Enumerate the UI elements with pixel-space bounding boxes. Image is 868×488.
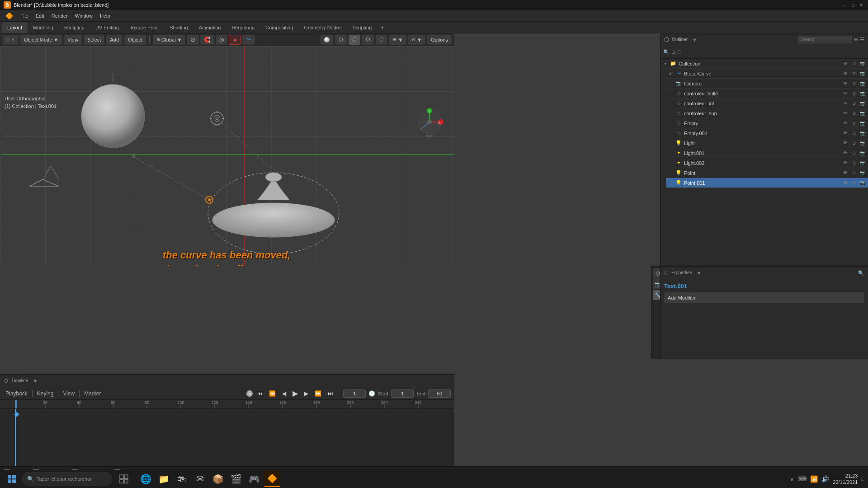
prev-keyframe-button[interactable]: ⏪ — [267, 389, 278, 398]
vis-btn-eye[interactable]: 👁 — [842, 100, 849, 107]
3d-viewport[interactable]: User Orthographic (1) Collection | Text.… — [0, 46, 454, 266]
taskbar-search-box[interactable]: 🔍 Taper ici pour rechercher — [22, 472, 112, 486]
vis-btn-2[interactable]: ⊙ — [850, 60, 858, 67]
vis-btn-select[interactable]: ⊙ — [850, 160, 858, 167]
menu-window[interactable]: Window — [71, 12, 96, 19]
object-menu[interactable]: Object — [124, 35, 146, 45]
taskbar-edge-icon[interactable]: 🌐 — [137, 471, 154, 487]
window-controls[interactable]: ─ □ ✕ — [842, 2, 864, 8]
vis-btn-select[interactable]: ⊙ — [850, 80, 858, 87]
filter-icon[interactable]: ⊟ — [854, 37, 858, 42]
taskbar-store-icon[interactable]: 🛍 — [174, 471, 190, 487]
viewport-render[interactable]: ⬡ — [376, 35, 387, 45]
outliner-tool-2[interactable]: ⊡ — [671, 49, 675, 55]
outliner-tool-1[interactable]: 🔍 — [663, 49, 670, 55]
start-button[interactable] — [4, 471, 20, 487]
tab-texture-paint[interactable]: Texture Paint — [124, 22, 164, 33]
pivot-point[interactable]: ⊙ — [187, 35, 199, 45]
outliner-item-point001[interactable]: 💡 Point.001 👁 ⊙ 📷 — [666, 178, 868, 188]
vis-btn-select[interactable]: ⊙ — [850, 100, 858, 107]
vis-btn-select[interactable]: ⊙ — [850, 169, 858, 177]
minimize-button[interactable]: ─ — [842, 2, 848, 8]
step-back-button[interactable]: ◀ — [280, 389, 288, 398]
step-forward-button[interactable]: ▶ — [302, 389, 310, 398]
vis-btn-select[interactable]: ⊙ — [850, 70, 858, 77]
jump-end-button[interactable]: ⏭ — [326, 389, 335, 398]
menu-file[interactable]: File — [17, 12, 32, 19]
vis-btn-eye[interactable]: 👁 — [842, 150, 849, 157]
transform-global[interactable]: ⊕ Global ▼ — [153, 35, 186, 45]
options-icon[interactable]: ☰ — [860, 37, 864, 42]
vis-btn-render[interactable]: 📷 — [859, 80, 866, 87]
close-button[interactable]: ✕ — [858, 2, 864, 8]
taskbar-mail-icon[interactable]: ✉ — [192, 471, 208, 487]
vis-btn-select[interactable]: ⊙ — [850, 150, 858, 157]
tab-geometry-nodes[interactable]: Geometry Nodes — [298, 22, 347, 33]
tool-select-box[interactable]: ⊡ — [0, 131, 1, 143]
vis-btn-3[interactable]: 📷 — [859, 60, 866, 67]
vis-btn-eye[interactable]: 👁 — [842, 80, 849, 87]
select-menu[interactable]: Select — [84, 35, 105, 45]
taskbar-games-icon[interactable]: 🎮 — [246, 471, 262, 487]
vis-btn-eye[interactable]: 👁 — [842, 160, 849, 167]
task-view-button[interactable] — [116, 471, 132, 487]
tool-move[interactable]: ✋ — [0, 118, 1, 130]
gizmo-toggle[interactable]: ⊙▼ — [408, 35, 425, 45]
tab-scripting[interactable]: Scripting — [347, 22, 377, 33]
vis-btn-select[interactable]: ⊙ — [850, 130, 858, 137]
outliner-search[interactable] — [798, 36, 852, 43]
outliner-item-light001[interactable]: ✦ Light.001 👁 ⊙ 📷 — [666, 148, 868, 158]
outliner-item-beziercurve[interactable]: ▸ 〜 BezierCurve 👁 ⊙ 📷 — [666, 69, 868, 79]
play-button[interactable]: ▶ — [291, 388, 300, 399]
playback-menu[interactable]: Playback — [4, 389, 29, 398]
tab-sculpting[interactable]: Sculpting — [59, 22, 90, 33]
vis-btn-render[interactable]: 📷 — [859, 169, 866, 177]
taskbar-blender-icon[interactable]: 🔶 — [264, 471, 280, 487]
menu-help[interactable]: Help — [96, 12, 114, 19]
tab-uv-editing[interactable]: UV Editing — [90, 22, 124, 33]
outliner-item-camera[interactable]: 📷 Camera 👁 ⊙ 📷 — [666, 79, 868, 89]
end-frame-input[interactable] — [428, 389, 451, 398]
record-button[interactable]: ● — [246, 390, 253, 397]
keying-menu[interactable]: Keying — [35, 389, 56, 398]
proportional-edit[interactable]: ◎ — [216, 35, 227, 45]
tool-search[interactable]: 🔍 — [0, 105, 1, 117]
tool-grid[interactable]: ⊞ — [0, 144, 1, 156]
vis-btn-eye[interactable]: 👁 — [842, 90, 849, 97]
outliner-item-collection[interactable]: ▾ 📁 Collection 👁 ⊙ 📷 — [660, 59, 868, 69]
next-keyframe-button[interactable]: ⏩ — [313, 389, 323, 398]
timeline-content[interactable] — [0, 409, 454, 466]
snap-toggle[interactable]: 🧲 — [200, 35, 214, 45]
system-clock[interactable]: 21:23 22/11/2021 — [833, 473, 858, 486]
start-frame-input[interactable] — [391, 389, 414, 398]
vis-btn-eye[interactable]: 👁 — [842, 70, 849, 77]
vis-btn-render[interactable]: 📷 — [859, 160, 866, 167]
vis-btn-select[interactable]: ⊙ — [850, 120, 858, 127]
outliner-item-light[interactable]: 💡 Light 👁 ⊙ 📷 — [666, 138, 868, 148]
viewport-overlays[interactable]: ⊕▼ — [389, 35, 406, 45]
expand-icon[interactable]: ▾ — [662, 61, 668, 66]
outliner-tool-3[interactable]: ⬡ — [677, 49, 682, 55]
vis-btn-render[interactable]: 📷 — [859, 140, 866, 147]
vis-btn-select[interactable]: ⊙ — [850, 110, 858, 117]
vis-btn-render[interactable]: 📷 — [859, 150, 866, 157]
vis-btn-render[interactable]: 📷 — [859, 70, 866, 77]
outliner-item-ctrl-bulle[interactable]: ◇ controleur bulle 👁 ⊙ 📷 — [666, 89, 868, 99]
add-modifier-button[interactable]: Add Modifier — [664, 292, 864, 303]
tab-modeling[interactable]: Modeling — [28, 22, 59, 33]
outliner-item-ctrl-inf[interactable]: ◇ controleur_inf 👁 ⊙ 📷 — [666, 99, 868, 108]
tab-animation[interactable]: Animation — [193, 22, 226, 33]
tray-keyboard[interactable]: ⌨ — [797, 475, 807, 483]
options-menu[interactable]: Options — [427, 35, 452, 45]
jump-start-button[interactable]: ⏮ — [255, 389, 264, 398]
viewport-wire[interactable]: ⬡ — [335, 35, 347, 45]
vis-btn-eye[interactable]: 👁 — [842, 169, 849, 177]
vis-btn-render[interactable]: 📷 — [859, 120, 866, 127]
vis-btn-eye[interactable]: 👁 — [842, 120, 849, 127]
vis-btn-render[interactable]: 📷 — [859, 90, 866, 97]
view-menu[interactable]: View — [61, 389, 76, 398]
object-mode-selector[interactable]: Object Mode ▼ — [20, 35, 62, 45]
tray-expand[interactable]: ∧ — [790, 476, 794, 482]
vis-btn-select[interactable]: ⊙ — [850, 140, 858, 147]
add-workspace-button[interactable]: + — [377, 23, 388, 32]
